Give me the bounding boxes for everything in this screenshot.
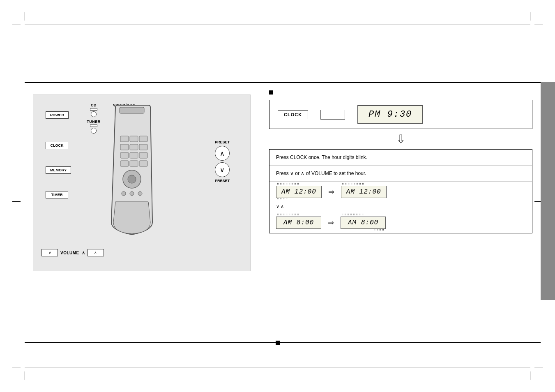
hour-display-comparison: ⠿⠿⠿⠿⠿⠿⠿⠿ AM 12:00 ⠿⠿⠿⠿ ⇒ ⠿⠿⠿⠿⠿⠿⠿⠿ AM 12:… xyxy=(269,182,532,202)
svg-rect-1 xyxy=(120,136,129,142)
svg-rect-4 xyxy=(120,144,129,150)
corner-tick xyxy=(25,371,25,380)
blink-indicator-after-top: ⠿⠿⠿⠿⠿⠿⠿⠿ xyxy=(342,182,365,186)
svg-point-14 xyxy=(128,175,136,183)
min-after-wrapper: ⠿⠿⠿⠿⠿⠿⠿⠿ AM 8:00 ⠿⠿⠿⠿ xyxy=(341,217,386,229)
step-2: Press ∨ or ∧ of VOLUME to set the hour. xyxy=(269,166,532,182)
hour-display-before: AM 12:00 xyxy=(276,186,322,198)
svg-rect-0 xyxy=(120,107,144,113)
svg-rect-2 xyxy=(130,136,138,142)
remote-left-buttons: POWER CLOCK MEMORY TIMER xyxy=(46,111,71,198)
svg-rect-11 xyxy=(130,161,138,166)
corner-tick xyxy=(534,25,543,25)
step-2-text: Press ∨ or ∧ of VOLUME to set the hour. xyxy=(276,171,366,176)
volume-hint-hour: ∨ ∧ xyxy=(269,202,532,212)
svg-point-15 xyxy=(122,191,126,196)
hour-after-wrapper: ⠿⠿⠿⠿⠿⠿⠿⠿ AM 12:00 xyxy=(341,186,387,198)
power-button[interactable]: POWER xyxy=(46,111,69,119)
hour-before-wrapper: ⠿⠿⠿⠿⠿⠿⠿⠿ AM 12:00 ⠿⠿⠿⠿ xyxy=(276,186,322,198)
corner-tick xyxy=(25,12,25,21)
corner-tick xyxy=(12,25,21,25)
hour-display-after: AM 12:00 xyxy=(341,186,387,198)
svg-rect-3 xyxy=(139,136,147,142)
clock-button[interactable]: CLOCK xyxy=(46,142,68,149)
clock-button-rect xyxy=(320,110,345,120)
svg-rect-10 xyxy=(120,161,129,166)
remote-body-illustration xyxy=(91,103,230,259)
clock-display-box: CLOCK PM 9:30 xyxy=(269,100,532,129)
svg-rect-12 xyxy=(139,161,147,166)
corner-tick xyxy=(534,367,543,367)
remote-illustration-box: POWER CLOCK MEMORY TIMER CD VIDEO/A xyxy=(33,95,251,271)
svg-rect-9 xyxy=(139,152,147,158)
power-button-area: POWER xyxy=(46,111,71,119)
page-border-top xyxy=(25,25,530,25)
min-before-wrapper: ⠿⠿⠿⠿⠿⠿⠿⠿ AM 8:00 xyxy=(276,217,321,229)
gray-sidebar xyxy=(541,82,555,300)
page-border-bottom xyxy=(25,367,530,367)
svg-rect-8 xyxy=(130,152,138,158)
volume-up-btn[interactable]: ∧ xyxy=(88,249,104,256)
memory-button[interactable]: MEMORY xyxy=(46,166,71,174)
left-panel: POWER CLOCK MEMORY TIMER CD VIDEO/A xyxy=(25,82,263,343)
corner-tick xyxy=(530,371,530,380)
right-panel: CLOCK PM 9:30 ⇩ Press CLOCK once. The ho… xyxy=(261,82,541,343)
min-display-before: AM 8:00 xyxy=(276,217,321,229)
blink-indicator-min-top: ⠿⠿⠿⠿⠿⠿⠿⠿ xyxy=(277,213,300,217)
down-arrow: ⇩ xyxy=(269,132,532,146)
svg-point-17 xyxy=(138,191,142,196)
clock-button-area: CLOCK xyxy=(46,142,71,149)
corner-tick xyxy=(12,367,21,367)
clock-button-label: CLOCK xyxy=(278,110,308,119)
arrow-right-1: ⇒ xyxy=(328,187,334,196)
mid-tick xyxy=(12,201,21,202)
volume-down-btn[interactable]: ∨ xyxy=(41,249,58,256)
min-display-after: AM 8:00 xyxy=(341,217,386,229)
steps-box: Press CLOCK once. The hour digits blink.… xyxy=(269,149,532,233)
step-1: Press CLOCK once. The hour digits blink. xyxy=(269,150,532,166)
volume-label: VOLUME xyxy=(60,251,79,255)
memory-button-area: MEMORY xyxy=(46,166,71,174)
svg-rect-5 xyxy=(130,144,138,150)
section-bullet xyxy=(269,90,273,95)
blink-indicator-top: ⠿⠿⠿⠿⠿⠿⠿⠿ xyxy=(277,182,300,186)
minute-display-comparison: ⠿⠿⠿⠿⠿⠿⠿⠿ AM 8:00 ⇒ ⠿⠿⠿⠿⠿⠿⠿⠿ AM 8:00 ⠿⠿⠿⠿ xyxy=(269,212,532,233)
svg-rect-6 xyxy=(139,144,147,150)
blink-indicator-bottom: ⠿⠿⠿⠿ xyxy=(277,198,288,201)
corner-tick xyxy=(530,12,530,21)
svg-rect-7 xyxy=(120,152,129,158)
arrow-right-2: ⇒ xyxy=(328,218,334,227)
initial-clock-display: PM 9:30 xyxy=(357,105,423,124)
blink-indicator-min-dots: ⠿⠿⠿⠿ xyxy=(373,229,385,232)
timer-button-area: TIMER xyxy=(46,191,71,198)
blink-indicator-min-after: ⠿⠿⠿⠿⠿⠿⠿⠿ xyxy=(341,213,364,217)
svg-point-16 xyxy=(130,191,134,196)
step-1-text: Press CLOCK once. The hour digits blink. xyxy=(276,154,367,160)
volume-area: ∨ VOLUME ∧ ∧ xyxy=(41,249,104,256)
timer-button[interactable]: TIMER xyxy=(46,191,68,198)
